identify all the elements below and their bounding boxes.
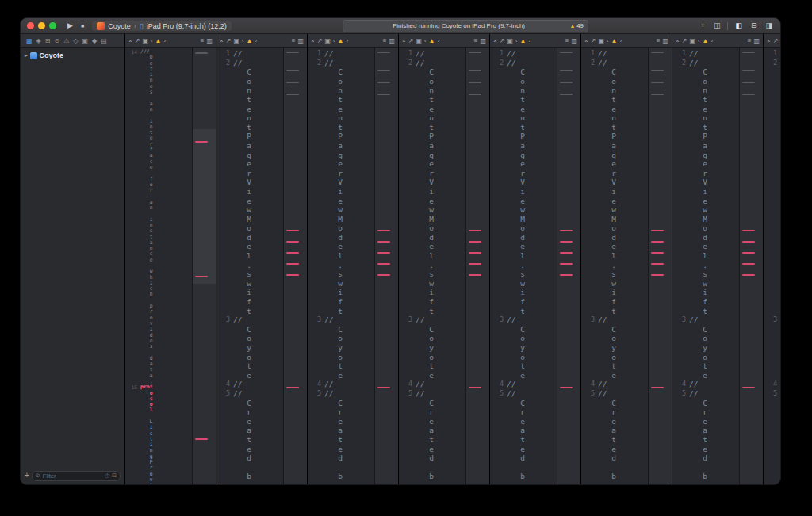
back-icon[interactable]: ‹ [242, 37, 244, 44]
filter-field[interactable]: ⊙ ◷ ⊡ [32, 471, 121, 481]
sidebar-item-project[interactable]: ▸ Coyote [21, 51, 124, 60]
forward-icon[interactable]: › [438, 37, 440, 44]
breakpoint-navigator-icon[interactable]: ◆ [92, 37, 97, 44]
forward-icon[interactable]: › [255, 37, 258, 44]
minimap[interactable] [374, 48, 398, 484]
minimap[interactable] [465, 48, 489, 484]
warning-icon[interactable]: ▲ [247, 37, 253, 44]
warning-icon[interactable]: ▲ [155, 37, 162, 44]
related-items-icon[interactable]: ▣ [233, 37, 239, 44]
test-navigator-icon[interactable]: ◇ [73, 37, 78, 44]
source-editor[interactable]: 1//2// ContentPagerViewModel.swift3// Co… [764, 48, 780, 484]
report-navigator-icon[interactable]: ▤ [101, 37, 107, 44]
back-icon[interactable]: ‹ [607, 37, 609, 44]
source-editor[interactable]: 1//2// ContentPagerViewModel.swift3// Co… [216, 48, 307, 484]
add-editor-button[interactable]: + [699, 20, 707, 32]
close-split-icon[interactable]: × [220, 37, 224, 44]
open-in-window-icon[interactable]: ↗ [226, 37, 232, 44]
line-list-icon[interactable]: ≡ [201, 37, 205, 44]
forward-icon[interactable]: › [529, 37, 531, 44]
source-editor[interactable]: 1//2// ContentPagerViewModel.swift3// Co… [490, 48, 580, 484]
adjust-editor-icon[interactable]: ▥ [206, 37, 213, 44]
line-list-icon[interactable]: ≡ [292, 37, 296, 44]
run-button[interactable]: ▶ [66, 20, 75, 32]
stop-button[interactable]: ■ [79, 20, 86, 32]
open-in-window-icon[interactable]: ↗ [408, 37, 414, 44]
warning-icon[interactable]: ▲ [611, 37, 618, 44]
forward-icon[interactable]: › [711, 37, 714, 44]
code-area[interactable]: 1//2// ContentPagerViewModel.swift3// Co… [308, 48, 374, 484]
adjust-editor-icon[interactable]: ▥ [662, 37, 668, 44]
scheme-selector[interactable]: Coyote › ▯ iPad Pro (9.7-inch) (12.2) [92, 21, 232, 31]
source-editor[interactable]: 1//2// ContentPagerViewModel.swift3// Co… [308, 48, 398, 484]
minimap[interactable] [739, 48, 763, 484]
line-list-icon[interactable]: ≡ [657, 37, 661, 44]
code-area[interactable]: 1//2// ContentPagerViewModel.swift3// Co… [216, 48, 283, 484]
close-split-icon[interactable]: × [584, 37, 588, 44]
source-editor[interactable]: 1//2// ContentPagerViewModel.swift3// Co… [581, 48, 672, 484]
line-list-icon[interactable]: ≡ [383, 37, 387, 44]
forward-icon[interactable]: › [164, 37, 167, 44]
back-icon[interactable]: ‹ [424, 37, 427, 44]
find-navigator-icon[interactable]: ⊙ [54, 37, 59, 44]
minimap[interactable] [192, 48, 216, 484]
adjust-editor-icon[interactable]: ▥ [297, 37, 304, 44]
related-items-icon[interactable]: ▣ [507, 37, 513, 44]
close-split-icon[interactable]: × [311, 37, 315, 44]
code-area[interactable]: 1//2// ContentPagerViewModel.swift3// Co… [672, 48, 739, 484]
minimap[interactable] [648, 48, 672, 484]
open-in-window-icon[interactable]: ↗ [135, 37, 140, 44]
source-editor[interactable]: 1//2// ContentPagerViewModel.swift3// Co… [399, 48, 489, 484]
source-editor[interactable]: 1//2// ContentPagerViewModel.swift3// Co… [672, 48, 763, 484]
zoom-window-button[interactable] [49, 22, 56, 29]
warning-icon[interactable]: ▲ [338, 37, 344, 44]
line-list-icon[interactable]: ≡ [474, 37, 478, 44]
open-in-window-icon[interactable]: ↗ [317, 37, 323, 44]
warning-icon[interactable]: ▲ [520, 37, 527, 44]
code-area[interactable]: 1//2// ContentPagerViewModel.swift3// Co… [490, 48, 557, 484]
open-in-window-icon[interactable]: ↗ [500, 37, 505, 44]
scope-icon[interactable]: ⊡ [112, 472, 117, 479]
related-items-icon[interactable]: ▣ [142, 37, 148, 44]
related-items-icon[interactable]: ▣ [324, 37, 331, 44]
debug-navigator-icon[interactable]: ▣ [82, 37, 88, 44]
code-area[interactable]: 1//2// ContentPagerViewModel.swift3// Co… [399, 48, 465, 484]
back-icon[interactable]: ‹ [698, 37, 700, 44]
add-file-button[interactable]: + [25, 472, 29, 480]
code-area[interactable]: 14/// Defines an interface for an instan… [125, 48, 192, 484]
minimap[interactable] [557, 48, 580, 484]
warning-icon[interactable]: ▲ [429, 37, 435, 44]
source-editor[interactable]: 14/// Defines an interface for an instan… [125, 48, 216, 484]
related-items-icon[interactable]: ▣ [598, 37, 604, 44]
forward-icon[interactable]: › [347, 37, 349, 44]
toggle-navigator-button[interactable]: ◧ [733, 20, 744, 32]
close-split-icon[interactable]: × [767, 37, 771, 44]
back-icon[interactable]: ‹ [333, 37, 335, 44]
open-in-window-icon[interactable]: ↗ [682, 37, 688, 44]
close-split-icon[interactable]: × [128, 37, 132, 44]
minimap-viewport[interactable] [193, 129, 216, 284]
disclosure-triangle-icon[interactable]: ▸ [25, 52, 28, 59]
back-icon[interactable]: ‹ [515, 37, 518, 44]
adjust-editor-icon[interactable]: ▥ [753, 37, 760, 44]
project-navigator-icon[interactable]: ▦ [26, 37, 33, 44]
code-area[interactable]: 1//2// ContentPagerViewModel.swift3// Co… [764, 48, 780, 484]
filter-input[interactable] [43, 472, 102, 480]
assistant-editor-button[interactable]: ◫ [712, 20, 722, 32]
adjust-editor-icon[interactable]: ▥ [389, 37, 395, 44]
code-area[interactable]: 1//2// ContentPagerViewModel.swift3// Co… [581, 48, 648, 484]
source-control-navigator-icon[interactable]: ◈ [36, 37, 41, 44]
activity-status[interactable]: Finished running Coyote on iPad Pro (9.7… [343, 20, 588, 32]
close-split-icon[interactable]: × [402, 37, 406, 44]
warning-icon[interactable]: ▲ [703, 37, 709, 44]
close-split-icon[interactable]: × [676, 37, 680, 44]
close-split-icon[interactable]: × [493, 37, 497, 44]
related-items-icon[interactable]: ▣ [416, 37, 422, 44]
close-window-button[interactable] [27, 22, 34, 29]
open-in-window-icon[interactable]: ↗ [591, 37, 596, 44]
related-items-icon[interactable]: ▣ [689, 37, 695, 44]
line-list-icon[interactable]: ≡ [565, 37, 569, 44]
adjust-editor-icon[interactable]: ▥ [480, 37, 486, 44]
minimize-window-button[interactable] [38, 22, 45, 29]
back-icon[interactable]: ‹ [151, 37, 153, 44]
